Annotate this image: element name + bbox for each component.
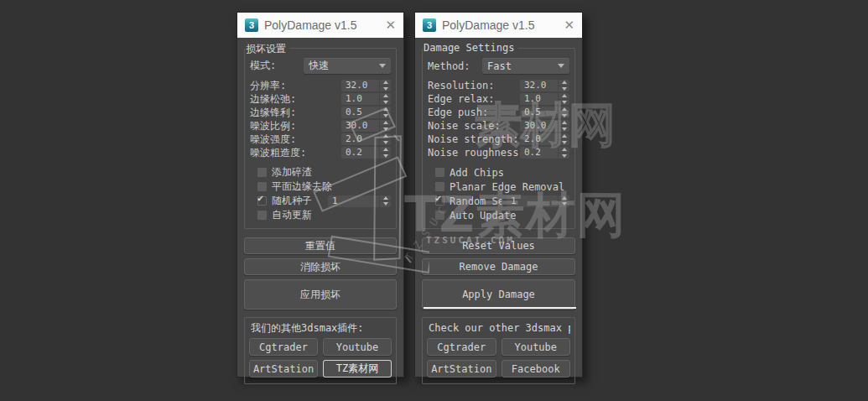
checkbox-random-seed[interactable]: ✔ <box>257 196 267 206</box>
spinner-down-icon[interactable] <box>562 202 567 206</box>
spinner-up-icon[interactable] <box>562 196 567 200</box>
spinner-arrows[interactable] <box>559 93 569 105</box>
close-icon[interactable]: ✕ <box>385 18 396 33</box>
remove-damage-button[interactable]: Remove Damage <box>422 258 575 275</box>
window-titlebar[interactable]: 3 PolyDamage v1.5 ✕ <box>415 13 582 38</box>
spinner-down-icon[interactable] <box>383 141 388 144</box>
spinner-arrows[interactable] <box>380 133 391 145</box>
spinner-arrows[interactable] <box>380 147 391 159</box>
spinner-arrows[interactable] <box>380 93 391 105</box>
noise-roughness-spinner[interactable]: 0.2 <box>341 147 391 159</box>
spinner-arrows[interactable] <box>559 120 569 132</box>
edge-push-value[interactable]: 0.5 <box>341 107 379 118</box>
random-seed-value[interactable]: 1 <box>328 195 379 207</box>
checkbox-random-seed[interactable]: ✔ <box>435 196 444 206</box>
spinner-arrows[interactable] <box>380 80 391 91</box>
spinner-down-icon[interactable] <box>562 114 567 117</box>
edge-push-label: Edge push: <box>428 107 520 118</box>
noise-strength-value[interactable]: 2.0 <box>520 133 558 145</box>
reset-values-button[interactable]: 重置值 <box>244 237 397 254</box>
spinner-down-icon[interactable] <box>562 141 567 144</box>
spinner-up-icon[interactable] <box>383 134 388 138</box>
edge-push-spinner[interactable]: 0.5 <box>520 107 569 118</box>
noise-roughness-value[interactable]: 0.2 <box>520 147 558 159</box>
noise-strength-spinner[interactable]: 2.0 <box>341 133 391 145</box>
noise-roughness-spinner[interactable]: 0.2 <box>520 147 569 159</box>
reset-values-button[interactable]: Reset Values <box>422 237 575 254</box>
spinner-up-icon[interactable] <box>562 134 567 138</box>
method-dropdown[interactable]: Fast <box>482 58 569 74</box>
spinner-arrows[interactable] <box>559 80 569 91</box>
checkbox-add-chips[interactable] <box>435 168 444 177</box>
resolution-value[interactable]: 32.0 <box>341 80 379 91</box>
spinner-down-icon[interactable] <box>383 114 388 117</box>
spinner-up-icon[interactable] <box>383 107 388 111</box>
spinner-down-icon[interactable] <box>383 101 388 104</box>
spinner-down-icon[interactable] <box>383 154 388 158</box>
noise-scale-spinner[interactable]: 30.0 <box>341 120 391 132</box>
edge-relax-spinner[interactable]: 1.0 <box>341 93 391 105</box>
spinner-arrows[interactable] <box>559 147 569 159</box>
spinner-down-icon[interactable] <box>383 202 388 206</box>
spinner-arrows[interactable] <box>559 107 569 118</box>
spinner-up-icon[interactable] <box>383 81 388 84</box>
checkbox-planar-edge-removal[interactable] <box>257 182 267 191</box>
spinner-down-icon[interactable] <box>562 101 567 104</box>
link-cgtrader-button[interactable]: Cgtrader <box>249 338 318 356</box>
spinner-down-icon[interactable] <box>562 87 567 91</box>
noise-scale-value[interactable]: 30.0 <box>520 120 558 132</box>
edge-relax-value[interactable]: 1.0 <box>520 93 558 105</box>
link-facebook-button[interactable]: Facebook <box>502 360 571 378</box>
spinner-down-icon[interactable] <box>383 128 388 131</box>
spinner-arrows[interactable] <box>380 120 391 132</box>
spinner-down-icon[interactable] <box>562 128 567 131</box>
spinner-arrows[interactable] <box>380 195 391 207</box>
link-artstation-button[interactable]: ArtStation <box>427 360 496 378</box>
noise-strength-spinner[interactable]: 2.0 <box>520 133 569 145</box>
link-cgtrader-button[interactable]: Cgtrader <box>427 338 496 356</box>
link-youtube-button[interactable]: Youtube <box>323 338 392 356</box>
spinner-up-icon[interactable] <box>562 94 567 97</box>
link-youtube-button[interactable]: Youtube <box>502 338 571 356</box>
spinner-down-icon[interactable] <box>562 154 567 158</box>
remove-damage-button[interactable]: 消除损坏 <box>244 258 397 275</box>
edge-push-spinner[interactable]: 0.5 <box>341 107 391 118</box>
edge-push-value[interactable]: 0.5 <box>520 107 558 118</box>
apply-damage-button[interactable]: Apply Damage <box>422 279 575 310</box>
checkbox-planar-edge-removal[interactable] <box>435 182 444 191</box>
spinner-up-icon[interactable] <box>562 148 567 151</box>
resolution-value[interactable]: 32.0 <box>520 80 558 91</box>
checkbox-add-chips[interactable] <box>257 168 267 177</box>
spinner-up-icon[interactable] <box>383 121 388 124</box>
method-dropdown[interactable]: 快速 <box>304 58 391 74</box>
window-titlebar[interactable]: 3 PolyDamage v1.5 ✕ <box>237 13 403 38</box>
noise-roughness-value[interactable]: 0.2 <box>341 147 379 159</box>
noise-scale-spinner[interactable]: 30.0 <box>520 120 569 132</box>
link-artstation-button[interactable]: ArtStation <box>249 360 318 378</box>
spinner-arrows[interactable] <box>559 133 569 145</box>
close-icon[interactable]: ✕ <box>564 18 574 33</box>
edge-relax-spinner[interactable]: 1.0 <box>520 93 569 105</box>
checkbox-auto-update[interactable] <box>435 211 444 220</box>
spinner-down-icon[interactable] <box>383 87 388 91</box>
spinner-up-icon[interactable] <box>562 121 567 124</box>
checkbox-auto-update[interactable] <box>257 211 267 220</box>
spinner-arrows[interactable] <box>559 195 569 207</box>
edge-relax-value[interactable]: 1.0 <box>341 93 379 105</box>
apply-damage-button[interactable]: 应用损坏 <box>244 279 397 310</box>
spinner-up-icon[interactable] <box>383 196 388 200</box>
random-seed-spinner[interactable]: 1 <box>328 195 391 207</box>
spinner-arrows[interactable] <box>380 107 391 118</box>
noise-strength-value[interactable]: 2.0 <box>341 133 379 145</box>
spinner-up-icon[interactable] <box>383 94 388 97</box>
noise-scale-value[interactable]: 30.0 <box>341 120 379 132</box>
resolution-spinner[interactable]: 32.0 <box>341 80 391 91</box>
spinner-up-icon[interactable] <box>562 107 567 111</box>
random-seed-value[interactable]: 1 <box>507 195 558 207</box>
spinner-up-icon[interactable] <box>562 81 567 84</box>
group-title: Damage Settings <box>423 42 517 54</box>
resolution-spinner[interactable]: 32.0 <box>520 80 569 91</box>
spinner-up-icon[interactable] <box>383 148 388 151</box>
link-tzsucai-button[interactable]: TZ素材网 <box>323 360 392 378</box>
random-seed-spinner[interactable]: 1 <box>507 195 569 207</box>
